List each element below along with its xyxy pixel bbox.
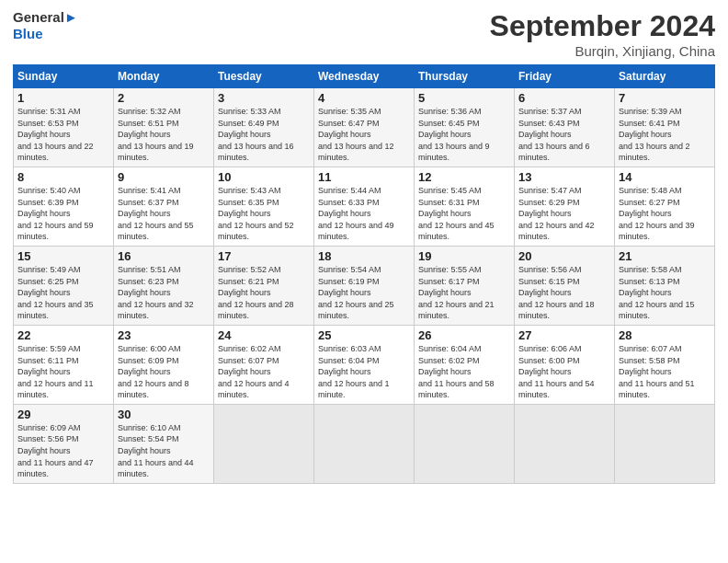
logo: General► Blue xyxy=(13,9,78,42)
day-number: 10 xyxy=(218,170,310,184)
calendar-container: General► Blue September 2024 Burqin, Xin… xyxy=(0,0,728,493)
day-info: Sunrise: 6:10 AMSunset: 5:54 PMDaylight … xyxy=(118,422,210,480)
day-cell: 22 Sunrise: 5:59 AMSunset: 6:11 PMDaylig… xyxy=(14,325,114,404)
day-number: 14 xyxy=(619,170,711,184)
day-number: 2 xyxy=(118,91,210,105)
empty-cell xyxy=(515,404,615,483)
day-cell: 27 Sunrise: 6:06 AMSunset: 6:00 PMDaylig… xyxy=(515,325,615,404)
day-cell: 9 Sunrise: 5:41 AMSunset: 6:37 PMDayligh… xyxy=(114,167,214,246)
day-cell: 8 Sunrise: 5:40 AMSunset: 6:39 PMDayligh… xyxy=(14,167,114,246)
day-cell: 23 Sunrise: 6:00 AMSunset: 6:09 PMDaylig… xyxy=(114,325,214,404)
day-number: 30 xyxy=(118,408,210,421)
day-info: Sunrise: 5:58 AMSunset: 6:13 PMDaylight … xyxy=(619,264,711,322)
header-thursday: Thursday xyxy=(415,65,515,88)
day-info: Sunrise: 5:54 AMSunset: 6:19 PMDaylight … xyxy=(318,264,410,322)
day-info: Sunrise: 5:51 AMSunset: 6:23 PMDaylight … xyxy=(118,264,210,322)
day-cell: 7 Sunrise: 5:39 AMSunset: 6:41 PMDayligh… xyxy=(615,88,715,167)
day-info: Sunrise: 6:02 AMSunset: 6:07 PMDaylight … xyxy=(218,343,310,401)
day-cell: 19 Sunrise: 5:55 AMSunset: 6:17 PMDaylig… xyxy=(415,246,515,325)
day-info: Sunrise: 5:41 AMSunset: 6:37 PMDaylight … xyxy=(118,185,210,243)
day-number: 23 xyxy=(118,328,210,342)
week-row: 1 Sunrise: 5:31 AMSunset: 6:53 PMDayligh… xyxy=(14,88,715,167)
day-info: Sunrise: 6:04 AMSunset: 6:02 PMDaylight … xyxy=(418,343,510,401)
day-number: 13 xyxy=(518,170,610,184)
week-row: 22 Sunrise: 5:59 AMSunset: 6:11 PMDaylig… xyxy=(14,325,715,404)
day-cell: 6 Sunrise: 5:37 AMSunset: 6:43 PMDayligh… xyxy=(515,88,615,167)
day-number: 19 xyxy=(418,249,510,263)
day-info: Sunrise: 5:37 AMSunset: 6:43 PMDaylight … xyxy=(518,106,610,164)
day-number: 29 xyxy=(17,408,109,421)
empty-cell xyxy=(214,404,314,483)
day-info: Sunrise: 6:03 AMSunset: 6:04 PMDaylight … xyxy=(318,343,410,401)
day-info: Sunrise: 5:32 AMSunset: 6:51 PMDaylight … xyxy=(118,106,210,164)
header: General► Blue September 2024 Burqin, Xin… xyxy=(13,9,715,59)
header-saturday: Saturday xyxy=(615,65,715,88)
day-number: 27 xyxy=(518,328,610,342)
day-number: 26 xyxy=(418,328,510,342)
day-number: 6 xyxy=(518,91,610,105)
day-cell: 5 Sunrise: 5:36 AMSunset: 6:45 PMDayligh… xyxy=(415,88,515,167)
month-title: September 2024 xyxy=(490,9,715,43)
day-cell: 20 Sunrise: 5:56 AMSunset: 6:15 PMDaylig… xyxy=(515,246,615,325)
day-number: 4 xyxy=(318,91,410,105)
header-monday: Monday xyxy=(114,65,214,88)
day-info: Sunrise: 5:43 AMSunset: 6:35 PMDaylight … xyxy=(218,185,310,243)
day-number: 3 xyxy=(218,91,310,105)
day-cell: 28 Sunrise: 6:07 AMSunset: 5:58 PMDaylig… xyxy=(615,325,715,404)
day-info: Sunrise: 5:36 AMSunset: 6:45 PMDaylight … xyxy=(418,106,510,164)
day-info: Sunrise: 6:00 AMSunset: 6:09 PMDaylight … xyxy=(118,343,210,401)
day-cell: 10 Sunrise: 5:43 AMSunset: 6:35 PMDaylig… xyxy=(214,167,314,246)
empty-cell xyxy=(615,404,715,483)
day-cell: 18 Sunrise: 5:54 AMSunset: 6:19 PMDaylig… xyxy=(314,246,415,325)
day-number: 8 xyxy=(17,170,109,184)
header-tuesday: Tuesday xyxy=(214,65,314,88)
title-block: September 2024 Burqin, Xinjiang, China xyxy=(490,9,715,59)
day-cell: 4 Sunrise: 5:35 AMSunset: 6:47 PMDayligh… xyxy=(314,88,415,167)
day-number: 20 xyxy=(518,249,610,263)
calendar-table: Sunday Monday Tuesday Wednesday Thursday… xyxy=(13,64,715,484)
day-number: 16 xyxy=(118,249,210,263)
day-cell: 24 Sunrise: 6:02 AMSunset: 6:07 PMDaylig… xyxy=(214,325,314,404)
day-number: 17 xyxy=(218,249,310,263)
day-info: Sunrise: 6:07 AMSunset: 5:58 PMDaylight … xyxy=(619,343,711,401)
week-row: 29 Sunrise: 6:09 AMSunset: 5:56 PMDaylig… xyxy=(14,404,715,483)
day-number: 22 xyxy=(17,328,109,342)
day-number: 25 xyxy=(318,328,410,342)
day-number: 28 xyxy=(619,328,711,342)
day-cell: 2 Sunrise: 5:32 AMSunset: 6:51 PMDayligh… xyxy=(114,88,214,167)
day-info: Sunrise: 5:56 AMSunset: 6:15 PMDaylight … xyxy=(518,264,610,322)
day-number: 24 xyxy=(218,328,310,342)
day-number: 18 xyxy=(318,249,410,263)
header-sunday: Sunday xyxy=(14,65,114,88)
day-cell: 13 Sunrise: 5:47 AMSunset: 6:29 PMDaylig… xyxy=(515,167,615,246)
day-info: Sunrise: 5:48 AMSunset: 6:27 PMDaylight … xyxy=(619,185,711,243)
day-info: Sunrise: 6:06 AMSunset: 6:00 PMDaylight … xyxy=(518,343,610,401)
day-cell: 26 Sunrise: 6:04 AMSunset: 6:02 PMDaylig… xyxy=(415,325,515,404)
day-cell: 15 Sunrise: 5:49 AMSunset: 6:25 PMDaylig… xyxy=(14,246,114,325)
day-info: Sunrise: 5:52 AMSunset: 6:21 PMDaylight … xyxy=(218,264,310,322)
day-info: Sunrise: 5:40 AMSunset: 6:39 PMDaylight … xyxy=(17,185,109,243)
day-cell: 30 Sunrise: 6:10 AMSunset: 5:54 PMDaylig… xyxy=(114,404,214,483)
day-cell: 3 Sunrise: 5:33 AMSunset: 6:49 PMDayligh… xyxy=(214,88,314,167)
day-info: Sunrise: 5:47 AMSunset: 6:29 PMDaylight … xyxy=(518,185,610,243)
day-number: 15 xyxy=(17,249,109,263)
day-info: Sunrise: 5:33 AMSunset: 6:49 PMDaylight … xyxy=(218,106,310,164)
day-info: Sunrise: 5:59 AMSunset: 6:11 PMDaylight … xyxy=(17,343,109,401)
day-info: Sunrise: 5:44 AMSunset: 6:33 PMDaylight … xyxy=(318,185,410,243)
day-number: 7 xyxy=(619,91,711,105)
day-info: Sunrise: 6:09 AMSunset: 5:56 PMDaylight … xyxy=(17,422,109,480)
day-number: 21 xyxy=(619,249,711,263)
day-info: Sunrise: 5:55 AMSunset: 6:17 PMDaylight … xyxy=(418,264,510,322)
day-cell: 17 Sunrise: 5:52 AMSunset: 6:21 PMDaylig… xyxy=(214,246,314,325)
empty-cell xyxy=(415,404,515,483)
day-info: Sunrise: 5:49 AMSunset: 6:25 PMDaylight … xyxy=(17,264,109,322)
day-cell: 1 Sunrise: 5:31 AMSunset: 6:53 PMDayligh… xyxy=(14,88,114,167)
location-subtitle: Burqin, Xinjiang, China xyxy=(490,43,715,59)
week-row: 15 Sunrise: 5:49 AMSunset: 6:25 PMDaylig… xyxy=(14,246,715,325)
day-info: Sunrise: 5:39 AMSunset: 6:41 PMDaylight … xyxy=(619,106,711,164)
day-info: Sunrise: 5:35 AMSunset: 6:47 PMDaylight … xyxy=(318,106,410,164)
day-info: Sunrise: 5:31 AMSunset: 6:53 PMDaylight … xyxy=(17,106,109,164)
day-cell: 14 Sunrise: 5:48 AMSunset: 6:27 PMDaylig… xyxy=(615,167,715,246)
day-number: 1 xyxy=(17,91,109,105)
week-row: 8 Sunrise: 5:40 AMSunset: 6:39 PMDayligh… xyxy=(14,167,715,246)
